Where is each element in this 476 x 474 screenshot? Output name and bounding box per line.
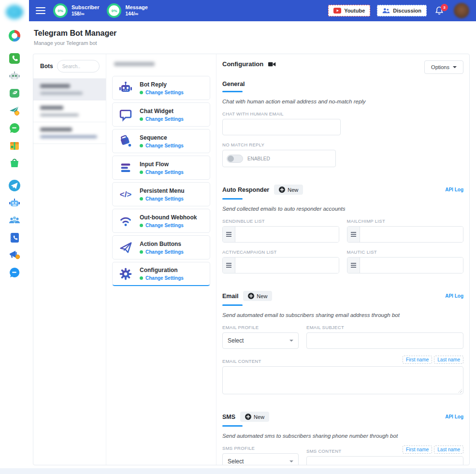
list-icon [223, 227, 235, 242]
activecampaign-list-label: ACTIVECAMPAIGN LIST [222, 249, 339, 255]
sms-new-button[interactable]: New [240, 412, 269, 422]
telegram-bot-icon[interactable] [8, 197, 21, 209]
mailchimp-list-input[interactable] [360, 227, 463, 242]
message-stat: 0% Message 144/∞ [107, 3, 147, 18]
menu-card-bot-reply[interactable]: Bot Reply Change Settings [112, 76, 210, 100]
menu-card-input-flow[interactable]: Input Flow Change Settings [112, 156, 210, 180]
chat-with-human-email-label: CHAT WITH HUMAN EMAIL [222, 111, 341, 116]
video-tutorial-icon[interactable] [268, 61, 276, 67]
change-settings-link[interactable]: Change Settings [145, 143, 184, 148]
toggle-state-label: ENABLED [247, 156, 270, 161]
change-settings-link[interactable]: Change Settings [145, 249, 184, 255]
email-profile-select[interactable]: Select [222, 332, 299, 349]
youtube-icon [333, 8, 341, 14]
email-content-textarea[interactable] [222, 366, 463, 394]
telegram-icon[interactable] [8, 179, 21, 192]
configuration-gear-icon [117, 266, 134, 282]
email-subject-input[interactable] [306, 332, 463, 349]
page-subtitle: Manage your Telegram bot [34, 40, 471, 46]
bots-search-input[interactable] [57, 60, 100, 72]
whatsapp-broadcast-icon[interactable] [8, 87, 21, 100]
list-icon [347, 227, 360, 242]
whatsapp-store-icon[interactable] [8, 157, 21, 169]
email-api-log-link[interactable]: API Log [445, 293, 463, 299]
whatsapp-chat-icon[interactable] [8, 122, 21, 134]
input-flow-icon [117, 159, 134, 176]
whatsapp-icon[interactable] [8, 52, 21, 65]
chevron-down-icon [453, 66, 457, 68]
bot-manager-card: Bots Bot [33, 54, 470, 465]
sms-profile-select[interactable]: Select [222, 453, 299, 465]
email-subject-label: EMAIL SUBJECT [306, 325, 463, 330]
whatsapp-bot-icon[interactable] [8, 70, 21, 82]
whatsapp-addons-icon[interactable] [8, 139, 21, 152]
status-dot [140, 171, 143, 174]
user-avatar[interactable] [454, 3, 469, 18]
svg-text:</>: </> [120, 190, 132, 199]
menu-card-outbound-webhook[interactable]: Out-bound Webhook Change Settings [112, 209, 210, 233]
subscriber-count: 158/∞ [72, 11, 99, 17]
bot-list-item[interactable] [33, 78, 106, 100]
telegram-contacts-icon[interactable] [8, 231, 21, 244]
change-settings-link[interactable]: Change Settings [145, 275, 184, 281]
activecampaign-list-input[interactable] [235, 258, 339, 273]
email-new-button[interactable]: New [243, 291, 272, 301]
bot-list-item[interactable] [33, 122, 106, 144]
last-name-chip[interactable]: Last name [434, 445, 463, 454]
chat-with-human-email-input[interactable] [222, 119, 341, 135]
auto-responder-description: Send collected emails to auto responder … [222, 206, 463, 212]
notifications-button[interactable]: 3 [434, 6, 444, 15]
message-label: Message [125, 4, 147, 11]
users-icon [382, 8, 390, 14]
telegram-chat-icon[interactable] [8, 266, 21, 279]
telegram-campaign-icon[interactable] [8, 249, 21, 261]
mautic-list-input[interactable] [360, 258, 463, 273]
chat-widget-icon [117, 106, 134, 123]
email-content-label: EMAIL CONTENT [222, 359, 261, 364]
last-name-chip[interactable]: Last name [434, 356, 463, 364]
persistent-menu-icon: </> [117, 186, 134, 202]
change-settings-link[interactable]: Change Settings [145, 223, 184, 228]
first-name-chip[interactable]: First name [403, 445, 432, 454]
telegram-group-icon[interactable] [8, 214, 21, 227]
bot-list-item[interactable] [33, 100, 106, 122]
selected-bot-name-blurred [114, 62, 155, 66]
whatsapp-campaign-icon[interactable] [8, 104, 21, 117]
list-icon [347, 258, 360, 273]
app-logo-icon[interactable] [6, 5, 23, 19]
menu-card-sequence[interactable]: Sequence Change Settings [112, 129, 210, 153]
change-settings-link[interactable]: Change Settings [145, 116, 184, 122]
action-buttons-icon [117, 239, 134, 256]
sms-content-textarea[interactable] [306, 456, 463, 465]
email-profile-label: EMAIL PROFILE [222, 325, 299, 330]
no-match-reply-toggle[interactable] [227, 155, 243, 163]
menu-card-action-buttons[interactable]: Action Buttons Change Settings [112, 235, 210, 259]
youtube-button[interactable]: Youtube [328, 5, 370, 16]
tab-general[interactable]: General [222, 81, 463, 87]
options-button[interactable]: Options [424, 60, 463, 74]
bot-reply-icon [117, 80, 134, 96]
change-settings-link[interactable]: Change Settings [145, 90, 184, 95]
auto-responder-api-log-link[interactable]: API Log [445, 187, 463, 192]
status-dot [140, 197, 143, 201]
status-dot [140, 117, 143, 121]
dashboard-icon[interactable] [8, 29, 21, 42]
discussion-button[interactable]: Discussion [377, 5, 427, 16]
menu-card-configuration[interactable]: Configuration Change Settings [112, 262, 210, 286]
status-dot [140, 276, 143, 280]
sms-content-label: SMS CONTENT [306, 448, 341, 454]
menu-toggle-icon[interactable] [36, 7, 45, 14]
menu-card-chat-widget[interactable]: Chat Widget Change Settings [112, 102, 210, 127]
general-description: Chat with human action email address and… [222, 99, 463, 104]
list-icon [223, 258, 235, 273]
sendinblue-list-input[interactable] [235, 227, 339, 242]
change-settings-link[interactable]: Change Settings [145, 196, 184, 201]
menu-card-persistent-menu[interactable]: </> Persistent Menu Change Settings [112, 182, 210, 206]
status-dot [140, 250, 143, 254]
auto-responder-new-button[interactable]: New [274, 185, 303, 195]
sms-api-log-link[interactable]: API Log [445, 414, 463, 419]
first-name-chip[interactable]: First name [403, 356, 432, 364]
change-settings-link[interactable]: Change Settings [145, 170, 184, 175]
status-dot [140, 224, 143, 227]
mailchimp-list-label: MAILCHIMP LIST [347, 218, 464, 224]
